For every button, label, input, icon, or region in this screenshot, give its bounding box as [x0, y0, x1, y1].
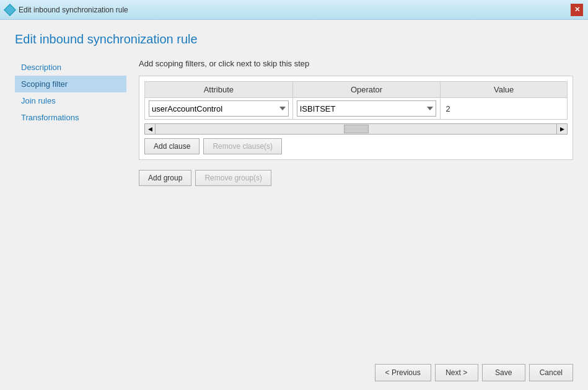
page-title: Edit inbound synchronization rule	[15, 32, 573, 47]
scroll-left-button[interactable]: ◀	[144, 123, 156, 135]
header-value: Value	[441, 82, 568, 98]
main-content: Edit inbound synchronization rule Descri…	[0, 20, 588, 390]
sidebar-item-join-rules[interactable]: Join rules	[15, 92, 126, 109]
window-title: Edit inbound synchronization rule	[19, 6, 128, 14]
content-area: Description Scoping filter Join rules Tr…	[15, 59, 573, 358]
attribute-cell[interactable]: userAccountControl sAMAccountName cn dis…	[145, 98, 293, 120]
header-operator: Operator	[292, 82, 441, 98]
right-panel: Add scoping filters, or click next to sk…	[139, 59, 573, 358]
next-button[interactable]: Next >	[435, 364, 478, 381]
group-container: Attribute Operator Value userAccountCont…	[139, 76, 573, 160]
attribute-select[interactable]: userAccountControl sAMAccountName cn dis…	[149, 100, 289, 117]
sidebar-item-scoping-filter[interactable]: Scoping filter	[15, 76, 126, 92]
add-group-button[interactable]: Add group	[139, 170, 191, 186]
sidebar: Description Scoping filter Join rules Tr…	[15, 59, 126, 358]
title-bar-left: Edit inbound synchronization rule	[5, 5, 128, 15]
cancel-button[interactable]: Cancel	[529, 364, 573, 381]
remove-group-button[interactable]: Remove group(s)	[195, 170, 271, 186]
table-row: userAccountControl sAMAccountName cn dis…	[145, 98, 568, 120]
panel-description: Add scoping filters, or click next to sk…	[139, 59, 573, 68]
sidebar-item-transformations[interactable]: Transformations	[15, 109, 126, 126]
scroll-track[interactable]	[156, 123, 556, 135]
scroll-right-button[interactable]: ▶	[556, 123, 568, 135]
previous-button[interactable]: < Previous	[375, 364, 431, 381]
diamond-icon	[4, 4, 16, 16]
header-attribute: Attribute	[145, 82, 293, 98]
clause-buttons: Add clause Remove clause(s)	[144, 138, 568, 154]
sidebar-item-description[interactable]: Description	[15, 59, 126, 76]
operator-select[interactable]: ISBITSET EQUAL NOTEQUAL GREATERTHAN LESS…	[297, 100, 437, 117]
remove-clause-button[interactable]: Remove clause(s)	[203, 138, 282, 154]
title-bar: Edit inbound synchronization rule ✕	[0, 0, 588, 20]
filter-table: Attribute Operator Value userAccountCont…	[144, 81, 568, 120]
save-button[interactable]: Save	[482, 364, 525, 381]
close-button[interactable]: ✕	[571, 4, 583, 16]
bottom-bar: < Previous Next > Save Cancel	[15, 358, 573, 384]
value-cell: 2	[441, 98, 568, 120]
scroll-thumb[interactable]	[344, 125, 369, 133]
horizontal-scrollbar[interactable]: ◀ ▶	[144, 123, 568, 135]
group-buttons: Add group Remove group(s)	[139, 170, 573, 186]
add-clause-button[interactable]: Add clause	[144, 138, 200, 154]
app-icon	[5, 5, 15, 15]
operator-cell[interactable]: ISBITSET EQUAL NOTEQUAL GREATERTHAN LESS…	[292, 98, 441, 120]
